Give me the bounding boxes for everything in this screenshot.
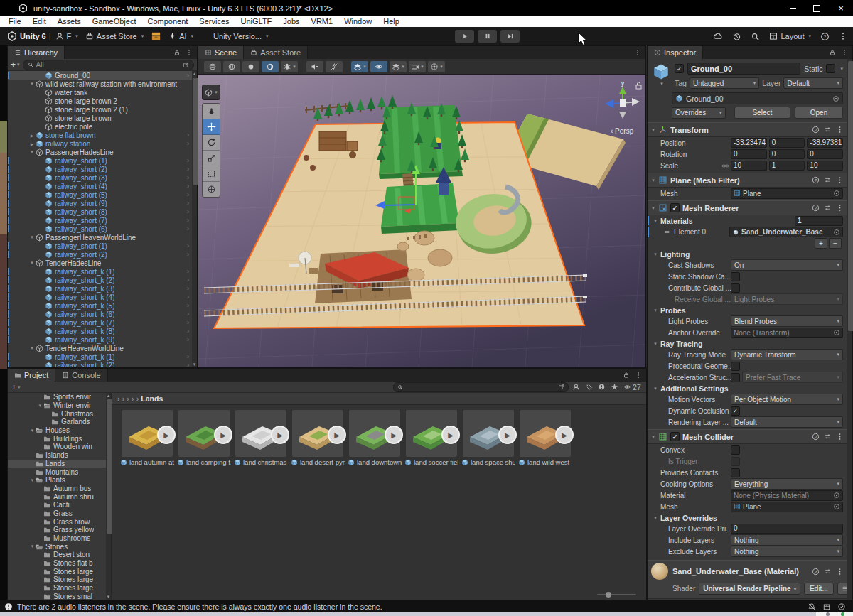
- panel-menu-icon[interactable]: [634, 49, 641, 56]
- asset-thumbnail[interactable]: ▶: [349, 410, 400, 457]
- lock-icon[interactable]: [173, 49, 181, 56]
- close-button[interactable]: ×: [829, 0, 853, 16]
- project-folder-item[interactable]: Garlands: [8, 418, 111, 426]
- foldout-arrow[interactable]: ▼: [29, 478, 36, 482]
- expand-chevron-icon[interactable]: ›: [187, 131, 189, 139]
- filter-by-type-icon[interactable]: [598, 383, 606, 391]
- project-folder-item[interactable]: ▼Winter envir: [8, 401, 111, 410]
- drag-handle-icon[interactable]: [663, 228, 671, 236]
- search-window-icon[interactable]: [183, 62, 189, 68]
- dropdown-motion-vectors[interactable]: Per Object Motion▾: [731, 394, 843, 405]
- expand-chevron-icon[interactable]: ›: [187, 157, 189, 164]
- menu-component[interactable]: Component: [141, 16, 193, 27]
- hierarchy-item[interactable]: railway_short (1)›: [8, 156, 192, 165]
- component-enabled-checkbox[interactable]: ✓: [670, 203, 680, 212]
- object-field[interactable]: None (Transform): [731, 328, 843, 338]
- component-header-plane-mesh-filter-[interactable]: ▼Plane (Mesh Filter)?: [648, 173, 847, 188]
- project-folder-item[interactable]: Mountains: [8, 468, 111, 476]
- scene-viewport[interactable]: y ‹ Persp: [198, 75, 645, 367]
- asset-tile[interactable]: ▶land downtown: [348, 410, 402, 466]
- hierarchy-item[interactable]: railway_short_k (3)›: [8, 284, 192, 293]
- foldout-ray-tracing[interactable]: ▼Ray Tracing: [648, 338, 847, 349]
- play-preview-button[interactable]: ▶: [157, 426, 176, 444]
- asset-tile[interactable]: ▶land wild west ...: [518, 410, 572, 466]
- component-header-transform[interactable]: ▼Transform?: [648, 122, 847, 137]
- menu-unigltf[interactable]: UniGLTF: [235, 16, 278, 27]
- object-field[interactable]: None (Physics Material): [731, 490, 843, 501]
- hierarchy-item[interactable]: railway_short (4)›: [8, 182, 192, 190]
- hierarchy-item[interactable]: railway_short_k (4)›: [8, 293, 192, 301]
- foldout-arrow[interactable]: ▼: [29, 428, 36, 433]
- checkbox-procedural-geome-[interactable]: [731, 362, 740, 371]
- dropdown-exclude-layers[interactable]: Nothing▾: [731, 546, 843, 557]
- menu-gameobject[interactable]: GameObject: [87, 16, 142, 27]
- presets-icon[interactable]: [824, 568, 832, 576]
- panel-menu-icon[interactable]: [841, 49, 848, 56]
- foldout-arrow[interactable]: ▶: [28, 141, 36, 146]
- presets-icon[interactable]: [824, 204, 832, 212]
- hierarchy-item[interactable]: ▼wild west railway station with environm…: [8, 80, 192, 88]
- tab-project[interactable]: Project: [8, 369, 55, 382]
- hierarchy-item[interactable]: ▼TenderHeavenWorldLine: [8, 344, 192, 352]
- menu-file[interactable]: File: [3, 16, 27, 27]
- ai-dropdown[interactable]: AI▾: [168, 32, 193, 40]
- hierarchy-item[interactable]: railway_short (6)›: [8, 225, 192, 233]
- expand-chevron-icon[interactable]: ›: [187, 319, 189, 326]
- object-picker-icon[interactable]: [833, 229, 840, 236]
- number-field[interactable]: 0: [769, 138, 805, 148]
- rect-tool[interactable]: [203, 166, 220, 182]
- asset-thumbnail[interactable]: ▶: [292, 410, 343, 457]
- tab-inspector[interactable]: Inspector: [648, 46, 703, 59]
- add-object-button[interactable]: +▾: [11, 60, 20, 70]
- hierarchy-item[interactable]: ▶stone flat brown›: [8, 131, 192, 139]
- expand-chevron-icon[interactable]: ›: [187, 362, 189, 367]
- inspector-scrollbar[interactable]: [847, 59, 852, 600]
- favorites-icon[interactable]: [611, 383, 618, 391]
- thumbnail-size-slider[interactable]: [597, 594, 636, 595]
- checkbox[interactable]: [731, 373, 740, 382]
- hierarchy-item[interactable]: railway_short (5)›: [8, 190, 192, 199]
- checkbox-is-trigger[interactable]: [731, 457, 740, 466]
- dropdown-light-probes[interactable]: Blend Probes▾: [731, 315, 843, 327]
- presets-icon[interactable]: [824, 176, 832, 184]
- foldout-layer-overrides[interactable]: ▼Layer Overrides: [648, 512, 847, 523]
- expand-chevron-icon[interactable]: ›: [187, 353, 189, 360]
- expand-chevron-icon[interactable]: ›: [187, 183, 189, 190]
- scene-lighting-button[interactable]: [242, 61, 259, 72]
- hierarchy-item[interactable]: railway_short (9)›: [8, 199, 192, 207]
- link-scale-icon[interactable]: [721, 162, 729, 170]
- project-folder-item[interactable]: Stones large: [8, 584, 111, 593]
- tag-dropdown[interactable]: Untagged▾: [690, 77, 759, 89]
- expand-chevron-icon[interactable]: ›: [187, 191, 189, 198]
- checkbox-dynamic-occlusion[interactable]: ✓: [731, 406, 740, 416]
- project-folder-item[interactable]: Grass: [8, 509, 111, 518]
- asset-thumbnail[interactable]: ▶: [235, 410, 286, 457]
- asset-tile[interactable]: ▶land soccer field: [404, 410, 458, 466]
- asset-store-dropdown[interactable]: Asset Store▾: [85, 32, 144, 40]
- add-element-button[interactable]: +: [815, 238, 827, 249]
- asset-tile[interactable]: ▶land camping f...: [177, 410, 231, 466]
- draw-mode-button[interactable]: [204, 61, 221, 72]
- hierarchy-item[interactable]: railway_short_k (1)›: [8, 267, 192, 276]
- project-folder-item[interactable]: Sports envir: [8, 393, 111, 401]
- checkbox-static-shadow-ca-[interactable]: [731, 272, 740, 281]
- foldout-lighting[interactable]: ▼Lighting: [648, 249, 847, 259]
- hierarchy-item[interactable]: railway_short_k (5)›: [8, 301, 192, 310]
- foldout-probes[interactable]: ▼Probes: [648, 305, 847, 315]
- hierarchy-search-input[interactable]: All: [23, 60, 194, 70]
- number-field[interactable]: 10: [731, 161, 767, 171]
- hierarchy-item[interactable]: railway_short (2)›: [8, 250, 192, 259]
- expand-chevron-icon[interactable]: ›: [187, 166, 189, 173]
- hierarchy-item[interactable]: stone large brown 2 (1): [8, 105, 192, 114]
- static-dropdown[interactable]: ▾: [840, 66, 843, 72]
- asset-tile[interactable]: ▶land christmas ...: [234, 410, 288, 466]
- help-icon[interactable]: ?: [812, 204, 820, 212]
- tool-settings-dropdown[interactable]: ▾: [202, 85, 220, 100]
- dropdown-rendering-layer-[interactable]: Default▾: [731, 416, 843, 428]
- foldout-surface-options[interactable]: ▼Surface Options: [648, 599, 847, 600]
- rotate-tool[interactable]: [203, 135, 220, 151]
- project-folder-item[interactable]: Autumn shru: [8, 492, 111, 501]
- scene-visibility-button[interactable]: [370, 61, 387, 72]
- component-menu-icon[interactable]: [836, 433, 844, 441]
- tab-scene[interactable]: Scene: [198, 46, 244, 59]
